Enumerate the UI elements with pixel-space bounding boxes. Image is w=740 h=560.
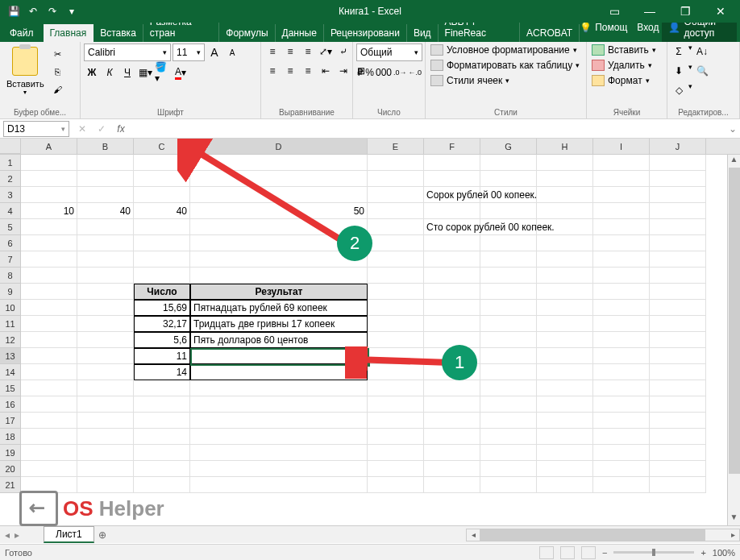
row-header[interactable]: 1 (0, 155, 21, 171)
cell-C14[interactable]: 14 (134, 364, 190, 380)
format-painter-icon[interactable]: 🖌 (51, 82, 65, 97)
cell-I14[interactable] (593, 364, 650, 380)
cell-D12[interactable]: Пять долларов 60 центов (190, 332, 368, 348)
copy-icon[interactable]: ⎘ (51, 64, 65, 79)
cell-E15[interactable] (368, 380, 424, 396)
cell-B7[interactable] (77, 251, 134, 268)
cell-H12[interactable] (537, 332, 593, 348)
cell-F11[interactable] (424, 316, 480, 332)
cell-D16[interactable] (190, 396, 368, 413)
cell-D1[interactable] (190, 155, 368, 171)
cell-A14[interactable] (21, 364, 77, 380)
cell-J8[interactable] (650, 268, 706, 284)
inc-decimal-icon[interactable]: .0→ (393, 64, 407, 81)
cell-J6[interactable] (650, 235, 706, 251)
cell-B4[interactable]: 40 (77, 203, 134, 219)
cell-H7[interactable] (537, 251, 593, 268)
cell-I11[interactable] (593, 316, 650, 332)
cell-B10[interactable] (77, 300, 134, 316)
cell-B3[interactable] (77, 187, 134, 203)
normal-view-icon[interactable] (539, 546, 554, 559)
cell-E10[interactable] (368, 300, 424, 316)
shrink-font-icon[interactable]: A (224, 44, 240, 60)
cell-H2[interactable] (537, 171, 593, 187)
cell-H15[interactable] (537, 380, 593, 396)
sort-filter-icon[interactable]: A↓ (694, 44, 710, 60)
cell-B16[interactable] (77, 396, 134, 413)
cell-D19[interactable] (190, 445, 368, 461)
comma-icon[interactable]: 000 (376, 64, 392, 81)
cell-C6[interactable] (134, 235, 190, 251)
cell-D18[interactable] (190, 429, 368, 445)
cell-I17[interactable] (593, 413, 650, 429)
horizontal-scrollbar[interactable]: ◂ ▸ (466, 529, 740, 541)
cell-C3[interactable] (134, 187, 190, 203)
cell-B2[interactable] (77, 171, 134, 187)
cell-E17[interactable] (368, 413, 424, 429)
cell-A6[interactable] (21, 235, 77, 251)
cell-C12[interactable]: 5,6 (134, 332, 190, 348)
underline-button[interactable]: Ч (119, 64, 135, 81)
cell-C1[interactable] (134, 155, 190, 171)
cell-E13[interactable] (368, 348, 424, 364)
cell-F20[interactable] (424, 461, 480, 477)
align-bottom-icon[interactable]: ≡ (300, 44, 316, 60)
cell-B5[interactable] (77, 219, 134, 235)
cell-A16[interactable] (21, 396, 77, 413)
align-middle-icon[interactable]: ≡ (282, 44, 298, 60)
format-cells-button[interactable]: Формат▾ (590, 74, 651, 87)
scroll-right-icon[interactable]: ▸ (726, 530, 739, 539)
worksheet-grid[interactable]: A B C D E F G H I J 123Сорок рублей 00 к… (0, 139, 740, 525)
cell-B20[interactable] (77, 461, 134, 477)
cell-D7[interactable] (190, 251, 368, 268)
cell-F18[interactable] (424, 429, 480, 445)
cell-F21[interactable] (424, 477, 480, 493)
cell-A15[interactable] (21, 380, 77, 396)
cell-G4[interactable] (480, 203, 537, 219)
sheet-tab-1[interactable]: Лист1 (44, 526, 94, 543)
cell-I10[interactable] (593, 300, 650, 316)
cell-E3[interactable] (368, 187, 424, 203)
cell-H4[interactable] (537, 203, 593, 219)
orientation-icon[interactable]: ⤢▾ (318, 44, 334, 60)
cell-H21[interactable] (537, 477, 593, 493)
cell-G2[interactable] (480, 171, 537, 187)
cell-A9[interactable] (21, 284, 77, 300)
row-header[interactable]: 11 (0, 316, 21, 332)
cell-D11[interactable]: Тридцать две гривны 17 копеек (190, 316, 368, 332)
cell-D9[interactable]: Результат (190, 284, 368, 300)
wrap-text-icon[interactable]: ⤶ (335, 44, 351, 60)
row-header[interactable]: 21 (0, 477, 21, 493)
fill-icon[interactable]: ⬇ (671, 63, 687, 79)
tab-insert[interactable]: Вставка (94, 24, 143, 42)
row-header[interactable]: 18 (0, 429, 21, 445)
qat-customize-icon[interactable]: ▾ (64, 4, 79, 19)
row-header[interactable]: 13 (0, 348, 21, 364)
cell-G21[interactable] (480, 477, 537, 493)
cell-H11[interactable] (537, 316, 593, 332)
cut-icon[interactable]: ✂ (51, 47, 65, 61)
font-name-select[interactable]: Calibri▾ (84, 44, 171, 61)
cell-D15[interactable] (190, 380, 368, 396)
cell-D10[interactable]: Пятнадцать рублей 69 копеек (190, 300, 368, 316)
cell-G6[interactable] (480, 235, 537, 251)
number-format-select[interactable]: Общий▾ (356, 44, 422, 61)
cell-G9[interactable] (480, 284, 537, 300)
border-icon[interactable]: ▦▾ (137, 64, 153, 81)
currency-icon[interactable]: ₽ (356, 64, 364, 81)
cell-F9[interactable] (424, 284, 480, 300)
cell-G5[interactable] (480, 219, 537, 235)
cell-G20[interactable] (480, 461, 537, 477)
cell-G11[interactable] (480, 316, 537, 332)
cell-B12[interactable] (77, 332, 134, 348)
cell-F6[interactable] (424, 235, 480, 251)
tab-home[interactable]: Главная (44, 24, 94, 42)
cell-G17[interactable] (480, 413, 537, 429)
col-header-b[interactable]: B (77, 139, 134, 154)
cell-E9[interactable] (368, 284, 424, 300)
cell-H5[interactable] (537, 219, 593, 235)
cell-A11[interactable] (21, 316, 77, 332)
row-header[interactable]: 7 (0, 251, 21, 268)
cell-D13[interactable] (190, 348, 368, 364)
row-header[interactable]: 5 (0, 219, 21, 235)
